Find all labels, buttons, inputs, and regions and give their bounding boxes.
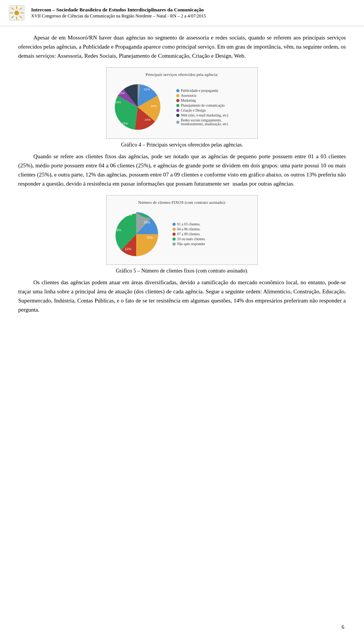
figure-1: Principais serviços oferecidos pela agên…: [18, 67, 346, 148]
paragraph-1: Apesar de em Mossoró/RN haver duas agênc…: [18, 33, 346, 60]
paragraph-2: Quando se refere aos clientes fixos das …: [18, 152, 346, 188]
legend-dot-6: [176, 114, 179, 117]
legend-item-5: Criação e Design: [176, 109, 228, 112]
chart-1-svg: 21% 18% 13% 15% 10% 10%: [110, 80, 171, 135]
legend-item-1: Publicidade e propaganda: [176, 89, 228, 93]
legend-dot-4: [176, 104, 179, 107]
paragraph-3: Os clientes das agências podem atuar em …: [18, 278, 346, 314]
legend-2-label-1: 01 a 03 clientes.: [177, 222, 201, 226]
legend-dot-5: [176, 109, 179, 112]
legend-label-5: Criação e Design: [181, 109, 206, 112]
logo-icon: [8, 4, 26, 22]
legend-2-item-3: 07 a 09 clientes.: [173, 232, 206, 236]
figure-2-caption: Gráfico 5 – Número de clientes fixos (co…: [116, 268, 248, 274]
svg-text:25%: 25%: [147, 236, 153, 239]
legend-2-item-5: Não quis responder: [173, 242, 206, 246]
chart-2-legend: 01 a 03 clientes. 04 a 06 clientes. 07 a…: [173, 222, 206, 246]
chart-1-content: 21% 18% 13% 15% 10% 10% Publicidade e pr…: [110, 80, 254, 135]
legend-2-label-4: 10 ou mais clientes.: [177, 237, 206, 241]
legend-2-dot-3: [173, 233, 176, 236]
svg-text:13%: 13%: [126, 213, 132, 217]
svg-text:25%: 25%: [115, 228, 121, 232]
legend-2-label-5: Não quis responder: [177, 242, 205, 246]
svg-text:25%: 25%: [144, 220, 150, 224]
legend-item-6: Web (site, e-mail marketing, etc): [176, 113, 228, 117]
chart-1-title: Principais serviços oferecidos pela agên…: [146, 72, 218, 77]
svg-text:18%: 18%: [151, 104, 157, 108]
legend-label-4: Planejamento de comunicação: [181, 104, 225, 107]
legend-label-2: Assessoria: [181, 94, 196, 98]
legend-item-2: Assessoria: [176, 94, 228, 98]
legend-item-4: Planejamento de comunicação: [176, 104, 228, 107]
legend-label-7: Redes sociais (engajamento,monitoramento…: [181, 118, 228, 126]
legend-item-3: Marketing: [176, 99, 228, 102]
legend-2-dot-5: [173, 243, 176, 246]
svg-text:13%: 13%: [144, 118, 151, 121]
svg-text:12%: 12%: [125, 247, 131, 251]
legend-label-6: Web (site, e-mail marketing, etc): [181, 113, 228, 117]
chart-2-content: 25% 25% 12% 25% 13% 01 a 03 clientes.: [110, 208, 254, 261]
page-header: Intercom – Sociedade Brasileira de Estud…: [0, 0, 364, 26]
legend-2-dot-4: [173, 238, 176, 241]
chart-2-box: Número de clientes FIXOS (com contrato a…: [106, 195, 258, 265]
legend-dot-2: [176, 94, 179, 97]
legend-2-label-3: 07 a 09 clientes.: [177, 232, 201, 236]
figure-1-caption: Gráfico 4 – Principais serviços oferecid…: [121, 142, 243, 148]
legend-2-item-4: 10 ou mais clientes.: [173, 237, 206, 241]
legend-label-1: Publicidade e propaganda: [181, 89, 218, 93]
svg-text:21%: 21%: [144, 88, 150, 91]
legend-2-item-2: 04 a 06 clientes.: [173, 227, 206, 231]
header-title: Intercom – Sociedade Brasileira de Estud…: [31, 6, 206, 13]
legend-2-item-1: 01 a 03 clientes.: [173, 222, 206, 226]
legend-2-label-2: 04 a 06 clientes.: [177, 227, 201, 231]
svg-text:10%: 10%: [115, 101, 121, 104]
svg-text:15%: 15%: [122, 122, 128, 125]
main-content: Apesar de em Mossoró/RN haver duas agênc…: [0, 26, 364, 331]
legend-label-3: Marketing: [181, 99, 196, 102]
chart-2-svg: 25% 25% 12% 25% 13%: [110, 208, 167, 261]
legend-2-dot-2: [173, 228, 176, 231]
header-subtitle: XVII Congresso de Ciências da Comunicaçã…: [31, 13, 206, 19]
legend-2-dot-1: [173, 223, 176, 226]
legend-dot-1: [176, 89, 179, 92]
chart-1-box: Principais serviços oferecidos pela agên…: [106, 67, 258, 139]
header-text-block: Intercom – Sociedade Brasileira de Estud…: [31, 6, 206, 19]
legend-dot-7: [176, 121, 179, 124]
page-number: 6: [342, 624, 344, 630]
svg-point-1: [14, 11, 19, 15]
chart-2-title: Número de clientes FIXOS (com contrato a…: [138, 200, 226, 205]
svg-text:10%: 10%: [119, 91, 125, 95]
legend-dot-3: [176, 99, 179, 102]
legend-item-7: Redes sociais (engajamento,monitoramento…: [176, 118, 228, 126]
figure-2: Número de clientes FIXOS (com contrato a…: [18, 195, 346, 274]
chart-1-legend: Publicidade e propaganda Assessoria Mark…: [176, 89, 228, 126]
